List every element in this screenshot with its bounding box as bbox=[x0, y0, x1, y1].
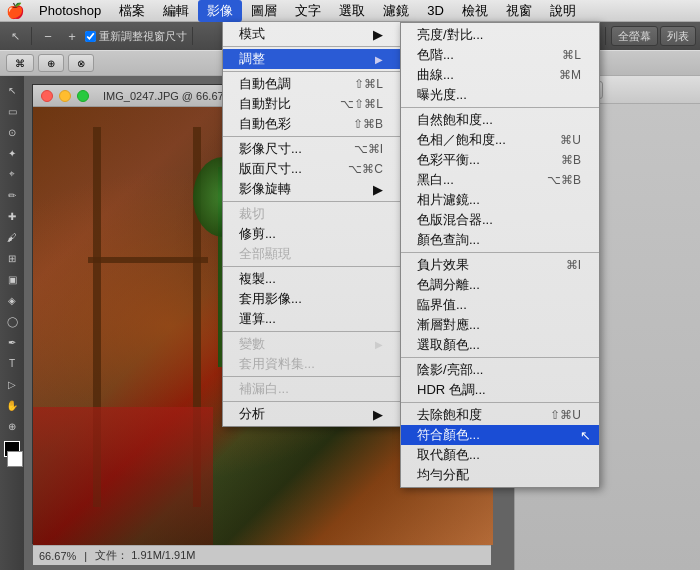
menu-file[interactable]: 檔案 bbox=[110, 0, 154, 22]
resize-check-input[interactable] bbox=[85, 31, 96, 42]
toolbar-separator-1 bbox=[31, 27, 32, 45]
match-color-item[interactable]: 符合顏色... ↖ bbox=[401, 425, 599, 445]
replace-color-item[interactable]: 取代顏色... bbox=[401, 445, 599, 465]
zoom-display: 66.67% bbox=[39, 550, 76, 562]
list-btn[interactable]: 列表 bbox=[660, 26, 696, 46]
desaturate-item[interactable]: 去除飽和度 ⇧⌘U bbox=[401, 405, 599, 425]
tool-clone[interactable]: ⊞ bbox=[2, 248, 22, 268]
options-btn-2[interactable]: ⊕ bbox=[38, 54, 64, 72]
menu-bar: 🍎 Photoshop 檔案 編輯 影像 圖層 文字 選取 濾鏡 3D 檢視 視… bbox=[0, 0, 700, 22]
selective-color-item[interactable]: 選取顏色... bbox=[401, 335, 599, 355]
status-sep: | bbox=[84, 550, 87, 562]
invert-item[interactable]: 負片效果 ⌘I bbox=[401, 255, 599, 275]
adjust-section-2: 自然飽和度... 色相／飽和度... ⌘U 色彩平衡... ⌘B 黑白... ⌥… bbox=[401, 107, 599, 252]
tool-crop[interactable]: ⌖ bbox=[2, 164, 22, 184]
menu-edit[interactable]: 編輯 bbox=[154, 0, 198, 22]
adjust-submenu: 亮度/對比... 色階... ⌘L 曲線... ⌘M 曝光度... 自然飽和度.… bbox=[400, 22, 600, 488]
tool-zoom[interactable]: ⊕ bbox=[2, 416, 22, 436]
tool-brush[interactable]: 🖌 bbox=[2, 227, 22, 247]
tool-shape[interactable]: ▷ bbox=[2, 374, 22, 394]
brightness-contrast-item[interactable]: 亮度/對比... bbox=[401, 25, 599, 45]
tool-text[interactable]: T bbox=[2, 353, 22, 373]
toolbar-separator-2 bbox=[192, 27, 193, 45]
toolbar-separator-3 bbox=[605, 27, 606, 45]
options-btn-3[interactable]: ⊗ bbox=[68, 54, 94, 72]
canvas-size-item[interactable]: 版面尺寸... ⌥⌘C bbox=[223, 159, 401, 179]
image-menu-section-3: 自動色調 ⇧⌘L 自動對比 ⌥⇧⌘L 自動色彩 ⇧⌘B bbox=[223, 71, 401, 136]
rotate-menu-item[interactable]: 影像旋轉 ▶ bbox=[223, 179, 401, 199]
exposure-item[interactable]: 曝光度... bbox=[401, 85, 599, 105]
menu-window[interactable]: 視窗 bbox=[497, 0, 541, 22]
zoom-out-icon[interactable]: − bbox=[37, 25, 59, 47]
tool-lasso[interactable]: ⊙ bbox=[2, 122, 22, 142]
auto-color-item[interactable]: 自動色彩 ⇧⌘B bbox=[223, 114, 401, 134]
color-balance-item[interactable]: 色彩平衡... ⌘B bbox=[401, 150, 599, 170]
close-window-btn[interactable] bbox=[41, 90, 53, 102]
equalize-item[interactable]: 均勻分配 bbox=[401, 465, 599, 485]
image-menu-section-1: 模式 ▶ bbox=[223, 22, 401, 46]
menu-select[interactable]: 選取 bbox=[330, 0, 374, 22]
resize-checkbox[interactable]: 重新調整視窗尺寸 bbox=[85, 29, 187, 44]
tool-pen[interactable]: ✒ bbox=[2, 332, 22, 352]
tool-dodge[interactable]: ◯ bbox=[2, 311, 22, 331]
tool-magic-wand[interactable]: ✦ bbox=[2, 143, 22, 163]
hdr-toning-item[interactable]: HDR 色調... bbox=[401, 380, 599, 400]
color-lookup-item[interactable]: 顏色查詢... bbox=[401, 230, 599, 250]
apple-menu[interactable]: 🍎 bbox=[0, 2, 30, 20]
full-screen-btn[interactable]: 全螢幕 bbox=[611, 26, 658, 46]
trap-item: 補漏白... bbox=[223, 379, 401, 399]
calculations-item[interactable]: 運算... bbox=[223, 309, 401, 329]
apply-image-item[interactable]: 套用影像... bbox=[223, 289, 401, 309]
background-color[interactable] bbox=[7, 451, 23, 467]
options-btn-1[interactable]: ⌘ bbox=[6, 54, 34, 72]
mode-menu-item[interactable]: 模式 ▶ bbox=[223, 24, 401, 44]
minimize-window-btn[interactable] bbox=[59, 90, 71, 102]
menu-image[interactable]: 影像 bbox=[198, 0, 242, 22]
maximize-window-btn[interactable] bbox=[77, 90, 89, 102]
menu-filter[interactable]: 濾鏡 bbox=[374, 0, 418, 22]
tool-select-icon[interactable]: ↖ bbox=[4, 25, 26, 47]
levels-item[interactable]: 色階... ⌘L bbox=[401, 45, 599, 65]
crop-item: 裁切 bbox=[223, 204, 401, 224]
canvas-status-bar: 66.67% | 文件： 1.91M/1.91M bbox=[33, 545, 491, 565]
menu-photoshop[interactable]: Photoshop bbox=[30, 0, 110, 22]
duplicate-item[interactable]: 複製... bbox=[223, 269, 401, 289]
photo-red-area bbox=[33, 407, 213, 545]
menu-layer[interactable]: 圖層 bbox=[242, 0, 286, 22]
curves-item[interactable]: 曲線... ⌘M bbox=[401, 65, 599, 85]
menu-help[interactable]: 說明 bbox=[541, 0, 585, 22]
menu-view[interactable]: 檢視 bbox=[453, 0, 497, 22]
gradient-map-item[interactable]: 漸層對應... bbox=[401, 315, 599, 335]
image-size-item[interactable]: 影像尺寸... ⌥⌘I bbox=[223, 139, 401, 159]
menu-3d[interactable]: 3D bbox=[418, 0, 453, 22]
adjust-section-4: 陰影/亮部... HDR 色調... bbox=[401, 357, 599, 402]
tool-eyedropper[interactable]: ✏ bbox=[2, 185, 22, 205]
shadows-highlights-item[interactable]: 陰影/亮部... bbox=[401, 360, 599, 380]
auto-tone-item[interactable]: 自動色調 ⇧⌘L bbox=[223, 74, 401, 94]
photo-filter-item[interactable]: 相片濾鏡... bbox=[401, 190, 599, 210]
image-menu-section-4: 影像尺寸... ⌥⌘I 版面尺寸... ⌥⌘C 影像旋轉 ▶ bbox=[223, 136, 401, 201]
tool-hand[interactable]: ✋ bbox=[2, 395, 22, 415]
auto-contrast-item[interactable]: 自動對比 ⌥⇧⌘L bbox=[223, 94, 401, 114]
vibrance-item[interactable]: 自然飽和度... bbox=[401, 110, 599, 130]
tool-gradient[interactable]: ◈ bbox=[2, 290, 22, 310]
tool-heal[interactable]: ✚ bbox=[2, 206, 22, 226]
image-menu-section-8: 補漏白... bbox=[223, 376, 401, 401]
tool-eraser[interactable]: ▣ bbox=[2, 269, 22, 289]
zoom-in-icon[interactable]: + bbox=[61, 25, 83, 47]
posterize-item[interactable]: 色調分離... bbox=[401, 275, 599, 295]
menu-text[interactable]: 文字 bbox=[286, 0, 330, 22]
cursor-indicator: ↖ bbox=[580, 428, 591, 443]
tool-rect-select[interactable]: ▭ bbox=[2, 101, 22, 121]
hue-saturation-item[interactable]: 色相／飽和度... ⌘U bbox=[401, 130, 599, 150]
threshold-item[interactable]: 臨界值... bbox=[401, 295, 599, 315]
tool-move[interactable]: ↖ bbox=[2, 80, 22, 100]
adjust-section-1: 亮度/對比... 色階... ⌘L 曲線... ⌘M 曝光度... bbox=[401, 23, 599, 107]
adjust-section-3: 負片效果 ⌘I 色調分離... 臨界值... 漸層對應... 選取顏色... bbox=[401, 252, 599, 357]
analysis-menu-item[interactable]: 分析 ▶ bbox=[223, 404, 401, 424]
resize-check-label: 重新調整視窗尺寸 bbox=[99, 29, 187, 44]
trim-item[interactable]: 修剪... bbox=[223, 224, 401, 244]
adjust-menu-item[interactable]: 調整 ▶ bbox=[223, 49, 401, 69]
channel-mixer-item[interactable]: 色版混合器... bbox=[401, 210, 599, 230]
black-white-item[interactable]: 黑白... ⌥⌘B bbox=[401, 170, 599, 190]
